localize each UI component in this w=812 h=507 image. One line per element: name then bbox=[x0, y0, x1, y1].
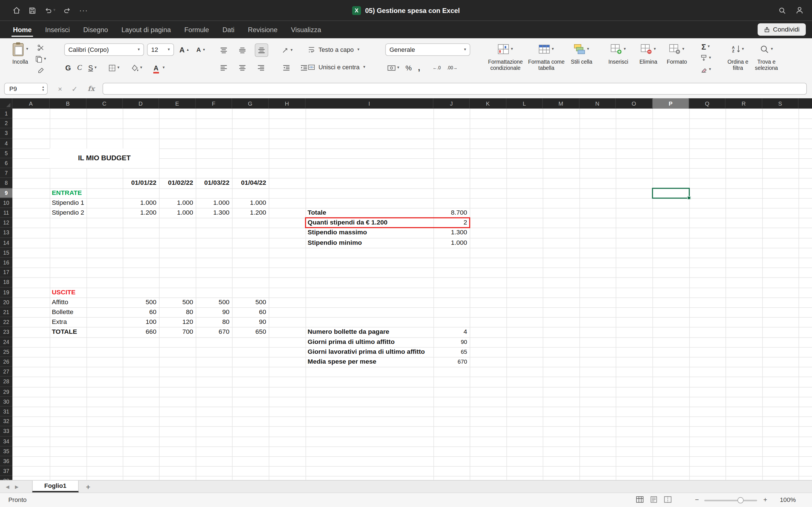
name-box-stepper[interactable]: ▲▼ bbox=[42, 86, 45, 92]
cell-G21[interactable]: 60 bbox=[232, 307, 269, 317]
sheet-prev-icon[interactable]: ◀ bbox=[6, 484, 9, 489]
row-header-36[interactable]: 36 bbox=[0, 456, 12, 466]
comma-style-button[interactable]: , bbox=[418, 62, 420, 74]
tab-home[interactable]: Home bbox=[6, 22, 38, 38]
format-as-table-button[interactable]: ▾ Formatta come tabella bbox=[527, 41, 566, 71]
column-header-A[interactable]: A bbox=[12, 98, 50, 109]
add-sheet-button[interactable]: + bbox=[86, 483, 91, 491]
tab-formule[interactable]: Formule bbox=[177, 22, 216, 38]
row-header-22[interactable]: 22 bbox=[0, 317, 12, 327]
cell-B21[interactable]: Bollette bbox=[50, 307, 86, 317]
column-header-C[interactable]: C bbox=[87, 98, 123, 109]
tab-visualizza[interactable]: Visualizza bbox=[284, 22, 328, 38]
page-layout-view-icon[interactable] bbox=[650, 496, 658, 503]
cell-F23[interactable]: 670 bbox=[196, 327, 232, 337]
row-header-34[interactable]: 34 bbox=[0, 436, 12, 446]
column-header-S[interactable]: S bbox=[762, 98, 799, 109]
row-header-24[interactable]: 24 bbox=[0, 337, 12, 347]
name-box[interactable]: P9 ▲▼ bbox=[4, 83, 48, 95]
row-header-6[interactable]: 6 bbox=[0, 158, 12, 168]
column-header-E[interactable]: E bbox=[159, 98, 196, 109]
zoom-slider-thumb[interactable] bbox=[738, 497, 744, 503]
cell-F10[interactable]: 1.000 bbox=[196, 198, 232, 208]
tab-revisione[interactable]: Revisione bbox=[241, 22, 284, 38]
redo-icon[interactable] bbox=[63, 6, 71, 14]
cell-D23[interactable]: 660 bbox=[123, 327, 159, 337]
number-format-combo[interactable]: Generale▾ bbox=[386, 43, 470, 56]
underline-button[interactable]: S▾ bbox=[88, 62, 97, 74]
confirm-entry-icon[interactable]: ✓ bbox=[68, 83, 81, 95]
tab-dati[interactable]: Dati bbox=[216, 22, 241, 38]
cell-B10[interactable]: Stipendio 1 bbox=[50, 198, 86, 208]
cell-E23[interactable]: 700 bbox=[159, 327, 196, 337]
row-header-33[interactable]: 33 bbox=[0, 427, 12, 436]
column-header-B[interactable]: B bbox=[50, 98, 86, 109]
sheet-next-icon[interactable]: ▶ bbox=[15, 484, 18, 489]
row-header-25[interactable]: 25 bbox=[0, 347, 12, 357]
fx-icon[interactable]: fx bbox=[84, 83, 98, 95]
cell-E20[interactable]: 500 bbox=[159, 297, 196, 307]
column-header-F[interactable]: F bbox=[196, 98, 232, 109]
undo-icon[interactable]: ▾ bbox=[44, 6, 55, 14]
bold-button[interactable]: G bbox=[65, 62, 71, 74]
cell-D11[interactable]: 1.200 bbox=[123, 208, 159, 218]
cell-I14[interactable]: Stipendio minimo bbox=[306, 238, 434, 247]
cell-G8[interactable]: 01/04/22 bbox=[232, 178, 269, 188]
row-header-2[interactable]: 2 bbox=[0, 119, 12, 128]
row-header-27[interactable]: 27 bbox=[0, 367, 12, 377]
cut-button[interactable] bbox=[35, 43, 46, 53]
cell-E8[interactable]: 01/02/22 bbox=[159, 178, 196, 188]
more-actions-icon[interactable]: ··· bbox=[79, 6, 88, 14]
percent-style-button[interactable]: % bbox=[405, 62, 412, 74]
select-all-corner[interactable] bbox=[0, 98, 12, 109]
tab-layout-di-pagina[interactable]: Layout di pagina bbox=[115, 22, 177, 38]
column-header-Q[interactable]: Q bbox=[689, 98, 726, 109]
row-header-8[interactable]: 8 bbox=[0, 178, 12, 188]
italic-button[interactable]: C bbox=[77, 62, 82, 74]
home-icon[interactable] bbox=[12, 6, 20, 14]
row-header-38[interactable]: 38 bbox=[0, 476, 12, 480]
row-header-31[interactable]: 31 bbox=[0, 407, 12, 416]
wrap-text-button[interactable]: Testo a capo ▾ bbox=[308, 43, 359, 56]
row-header-13[interactable]: 13 bbox=[0, 228, 12, 238]
cell-D20[interactable]: 500 bbox=[123, 297, 159, 307]
font-name-combo[interactable]: Calibri (Corpo)▾ bbox=[64, 43, 144, 56]
orientation-button[interactable]: ▾ bbox=[282, 44, 293, 56]
row-header-7[interactable]: 7 bbox=[0, 168, 12, 178]
formula-input[interactable] bbox=[103, 83, 807, 95]
search-icon[interactable] bbox=[778, 6, 786, 14]
column-header-L[interactable]: L bbox=[506, 98, 543, 109]
column-header-I[interactable]: I bbox=[306, 98, 434, 109]
page-break-view-icon[interactable] bbox=[664, 496, 672, 503]
insert-cells-button[interactable]: ▾ Inserisci bbox=[603, 41, 634, 65]
clear-button[interactable]: ▾ bbox=[700, 64, 711, 75]
cell-F8[interactable]: 01/03/22 bbox=[196, 178, 232, 188]
account-icon[interactable] bbox=[795, 6, 804, 14]
increase-font-button[interactable]: A▲ bbox=[177, 43, 192, 56]
row-header-18[interactable]: 18 bbox=[0, 277, 12, 287]
row-header-20[interactable]: 20 bbox=[0, 297, 12, 307]
undo-chevron-icon[interactable]: ▾ bbox=[53, 8, 55, 12]
column-header-J[interactable]: J bbox=[434, 98, 470, 109]
autosum-button[interactable]: Σ▾ bbox=[700, 41, 711, 52]
decrease-font-button[interactable]: A▼ bbox=[194, 43, 208, 56]
column-header-O[interactable]: O bbox=[616, 98, 652, 109]
find-select-button[interactable]: ▾ Trova e seleziona bbox=[752, 41, 781, 71]
cell-B20[interactable]: Affitto bbox=[50, 297, 86, 307]
cell-B22[interactable]: Extra bbox=[50, 317, 86, 327]
row-header-14[interactable]: 14 bbox=[0, 238, 12, 247]
font-size-combo[interactable]: 12▾ bbox=[147, 43, 174, 56]
cell-F11[interactable]: 1.300 bbox=[196, 208, 232, 218]
cell-B19[interactable]: USCITE bbox=[50, 287, 86, 297]
cell-E21[interactable]: 80 bbox=[159, 307, 196, 317]
cancel-entry-icon[interactable]: × bbox=[54, 83, 66, 95]
row-header-10[interactable]: 10 bbox=[0, 198, 12, 208]
accounting-format-button[interactable]: ▾ bbox=[388, 62, 399, 74]
cell-D22[interactable]: 100 bbox=[123, 317, 159, 327]
column-header-M[interactable]: M bbox=[543, 98, 579, 109]
column-header-D[interactable]: D bbox=[123, 98, 159, 109]
cell-D21[interactable]: 60 bbox=[123, 307, 159, 317]
row-header-37[interactable]: 37 bbox=[0, 466, 12, 476]
cell-J13[interactable]: 1.300 bbox=[434, 228, 470, 238]
align-right-button[interactable] bbox=[255, 62, 267, 74]
